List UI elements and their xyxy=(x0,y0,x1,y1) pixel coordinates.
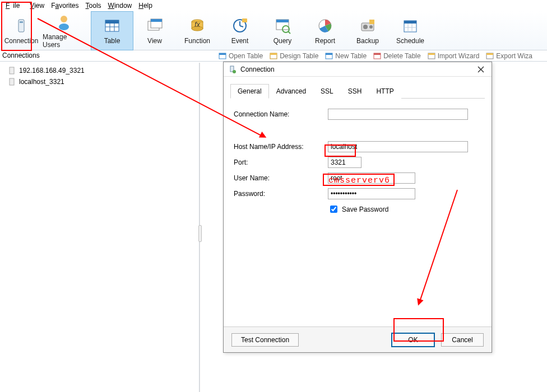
function-icon: fx xyxy=(188,17,206,35)
svg-rect-11 xyxy=(151,19,162,22)
menu-tools[interactable]: Tools xyxy=(82,0,105,11)
schedule-icon xyxy=(401,17,419,35)
svg-line-23 xyxy=(288,31,290,34)
label-user: User Name: xyxy=(234,174,328,182)
svg-rect-41 xyxy=(374,53,381,55)
checkbox-save-password[interactable] xyxy=(330,206,337,213)
subbtn-new-table[interactable]: New Table xyxy=(325,52,367,60)
ok-button[interactable]: OK xyxy=(392,333,434,347)
svg-rect-43 xyxy=(428,53,435,55)
event-icon xyxy=(231,17,249,35)
label-connection-name: Connection Name: xyxy=(234,110,328,118)
svg-point-3 xyxy=(59,24,69,30)
close-button[interactable] xyxy=(475,63,487,76)
dialog-titlebar: Connection xyxy=(224,62,492,77)
toolbar-view[interactable]: View xyxy=(133,11,176,50)
tree-item[interactable]: 192.168.168.49_3321 xyxy=(4,65,194,76)
user-icon xyxy=(55,13,73,31)
input-host[interactable] xyxy=(328,141,468,152)
subbtn-import-wizard[interactable]: Import Wizard xyxy=(428,52,480,60)
svg-rect-30 xyxy=(404,21,416,24)
svg-rect-37 xyxy=(270,53,277,55)
tree-item-label: localhost_3321 xyxy=(19,78,64,86)
menu-file[interactable]: File xyxy=(2,0,26,11)
connection-tree: 192.168.168.49_3321 localhost_3321 xyxy=(0,63,199,90)
svg-rect-28 xyxy=(369,20,374,24)
toolbar-connection[interactable]: Connection xyxy=(0,11,43,50)
dialog-tabs: General Advanced SSL SSH HTTP xyxy=(230,83,485,99)
connections-sidebar: 192.168.168.49_3321 localhost_3321 xyxy=(0,63,200,392)
dialog-title: Connection xyxy=(240,66,275,73)
svg-point-49 xyxy=(233,70,236,73)
svg-rect-35 xyxy=(219,53,226,55)
menu-view[interactable]: View xyxy=(26,0,48,11)
connections-panel-label: Connections xyxy=(0,50,42,60)
svg-text:fx: fx xyxy=(194,21,200,29)
backup-icon xyxy=(359,17,377,35)
menu-window[interactable]: Window xyxy=(105,0,136,11)
connection-icon xyxy=(12,17,30,35)
svg-rect-5 xyxy=(105,20,119,24)
report-icon xyxy=(316,17,334,35)
tab-http[interactable]: HTTP xyxy=(369,84,401,99)
table-icon xyxy=(103,17,121,35)
dialog-form: Connection Name: Host Name/IP Address: P… xyxy=(224,99,492,222)
tab-advanced[interactable]: Advanced xyxy=(269,84,313,99)
close-icon xyxy=(478,66,484,73)
main-toolbar: Connection Manage Users Table View fx Fu… xyxy=(0,11,547,50)
plug-icon xyxy=(228,65,237,74)
view-icon xyxy=(146,17,164,35)
subbtn-delete-table[interactable]: Delete Table xyxy=(373,52,421,60)
splitter-handle[interactable] xyxy=(198,225,202,242)
svg-rect-1 xyxy=(20,21,23,23)
input-password[interactable] xyxy=(328,188,415,199)
menu-help[interactable]: Help xyxy=(135,0,156,11)
test-connection-button[interactable]: Test Connection xyxy=(231,333,299,347)
tree-item[interactable]: localhost_3321 xyxy=(4,76,194,87)
input-user[interactable] xyxy=(328,172,415,184)
svg-rect-21 xyxy=(276,20,289,22)
cancel-button[interactable]: Cancel xyxy=(441,333,484,347)
label-port: Port: xyxy=(234,158,328,166)
svg-rect-39 xyxy=(326,53,332,55)
label-password: Password: xyxy=(234,190,328,198)
svg-rect-47 xyxy=(10,78,14,85)
svg-rect-19 xyxy=(242,18,247,22)
svg-point-26 xyxy=(363,25,368,29)
toolbar-function[interactable]: fx Function xyxy=(176,11,219,50)
svg-rect-46 xyxy=(10,67,14,74)
svg-point-27 xyxy=(369,25,373,29)
subbtn-open-table[interactable]: Open Table xyxy=(219,52,263,60)
toolbar-event[interactable]: Event xyxy=(219,11,261,50)
tab-ssl[interactable]: SSL xyxy=(313,84,341,99)
connection-dialog: Connection General Advanced SSL SSH HTTP… xyxy=(223,62,492,353)
tab-general[interactable]: General xyxy=(230,84,269,99)
toolbar-report[interactable]: Report xyxy=(304,11,346,50)
database-icon xyxy=(8,67,16,74)
label-host: Host Name/IP Address: xyxy=(234,143,328,151)
input-connection-name[interactable] xyxy=(328,109,468,120)
subbtn-export-wizard[interactable]: Export Wiza xyxy=(486,52,532,60)
menu-favorites[interactable]: Favorites xyxy=(48,0,82,11)
svg-rect-45 xyxy=(486,53,493,55)
toolbar-query[interactable]: Query xyxy=(261,11,304,50)
menu-bar: File View Favorites Tools Window Help xyxy=(0,0,547,11)
label-save-password: Save Password xyxy=(342,206,388,213)
subbtn-design-table[interactable]: Design Table xyxy=(270,52,318,60)
toolbar-schedule[interactable]: Schedule xyxy=(389,11,432,50)
toolbar-backup[interactable]: Backup xyxy=(346,11,389,50)
toolbar-table[interactable]: Table xyxy=(91,11,133,50)
tab-ssh[interactable]: SSH xyxy=(341,84,369,99)
query-icon xyxy=(274,17,291,35)
dialog-button-bar: Test Connection OK Cancel xyxy=(224,326,492,352)
database-icon xyxy=(8,78,16,86)
input-port[interactable] xyxy=(328,157,361,168)
sub-toolbar: Open Table Design Table New Table Delete… xyxy=(0,50,547,62)
tree-item-label: 192.168.168.49_3321 xyxy=(19,67,85,74)
svg-point-2 xyxy=(61,16,67,22)
toolbar-manage-users[interactable]: Manage Users xyxy=(43,11,85,50)
